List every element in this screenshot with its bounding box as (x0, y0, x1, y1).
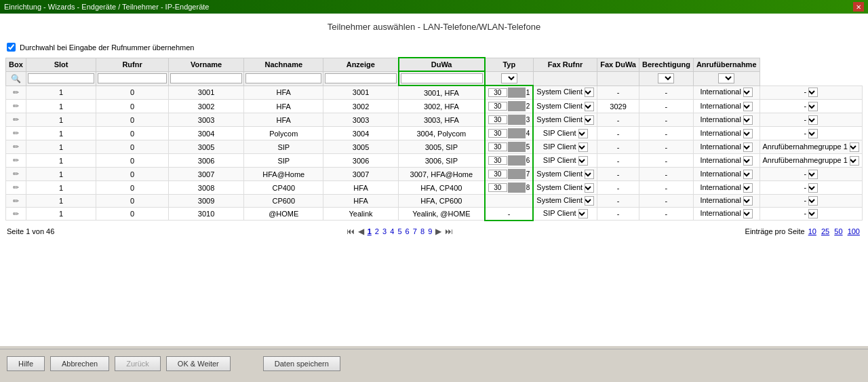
cell-berechtigung[interactable]: International ▼ (693, 140, 760, 154)
cell-anrufuebernahme[interactable]: - ▼ (760, 195, 862, 208)
edit-icon[interactable]: ✏ (13, 183, 19, 191)
anrufuebernahme-select[interactable]: ▼ (850, 142, 859, 152)
page-first-button[interactable]: ⏮ (347, 227, 355, 236)
duwa-prefix-input[interactable] (488, 142, 507, 151)
page-8-link[interactable]: 8 (420, 227, 425, 235)
typ-select[interactable]: ▼ (578, 209, 588, 218)
cell-anrufuebernahme[interactable]: - ▼ (760, 85, 862, 100)
typ-select[interactable]: ▼ (585, 196, 594, 206)
edit-icon-cell[interactable]: ✏ (6, 127, 26, 140)
cell-anrufuebernahme[interactable]: - ▼ (760, 127, 862, 140)
edit-icon-cell[interactable]: ✏ (6, 140, 26, 154)
cell-duwa[interactable]: - (485, 208, 534, 221)
per-page-10[interactable]: 10 (808, 227, 816, 235)
page-2-link[interactable]: 2 (375, 227, 379, 235)
duwa-prefix-input[interactable] (488, 170, 507, 178)
edit-icon-cell[interactable]: ✏ (6, 113, 26, 127)
edit-icon-cell[interactable]: ✏ (6, 85, 26, 100)
typ-select[interactable]: ▼ (578, 156, 588, 166)
berechtigung-select[interactable]: ▼ (743, 170, 753, 179)
page-7-link[interactable]: 7 (413, 227, 417, 235)
filter-anzeige-input[interactable] (325, 73, 396, 83)
durchwahl-checkbox[interactable] (7, 43, 16, 52)
edit-icon[interactable]: ✏ (13, 142, 19, 151)
cell-anrufuebernahme[interactable]: - ▼ (760, 208, 862, 221)
cell-berechtigung[interactable]: International ▼ (693, 127, 760, 140)
typ-select[interactable]: ▼ (585, 115, 594, 125)
back-button[interactable]: Zurück (115, 356, 161, 371)
berechtigung-select[interactable]: ▼ (743, 209, 753, 218)
cell-anrufuebernahme[interactable]: - ▼ (760, 168, 862, 181)
cell-typ[interactable]: System Client ▼ (533, 100, 597, 113)
typ-select[interactable]: ▼ (578, 129, 588, 138)
cell-anrufuebernahme[interactable]: Anrufübernahmegruppe 1 ▼ (760, 140, 862, 154)
cell-duwa[interactable] (485, 195, 534, 208)
edit-icon[interactable]: ✏ (13, 210, 19, 218)
edit-icon[interactable]: ✏ (13, 197, 19, 205)
berechtigung-select[interactable]: ▼ (743, 183, 753, 193)
page-next-button[interactable]: ▶ (435, 227, 441, 236)
anrufuebernahme-select[interactable]: ▼ (808, 196, 818, 206)
page-9-link[interactable]: 9 (428, 227, 432, 235)
cell-anrufuebernahme[interactable]: Anrufübernahmegruppe 1 ▼ (760, 154, 862, 168)
filter-duwa-input[interactable] (401, 73, 483, 83)
cell-duwa[interactable]: 4 (485, 127, 534, 140)
cell-typ[interactable]: SIP Client ▼ (533, 140, 597, 154)
cell-anrufuebernahme[interactable]: - ▼ (760, 113, 862, 127)
cell-duwa[interactable]: 8 (485, 181, 534, 195)
anrufuebernahme-select[interactable]: ▼ (850, 156, 859, 166)
berechtigung-select[interactable]: ▼ (743, 88, 753, 97)
cell-berechtigung[interactable]: International ▼ (693, 100, 760, 113)
page-6-link[interactable]: 6 (406, 227, 410, 235)
berechtigung-select[interactable]: ▼ (743, 129, 753, 138)
cell-berechtigung[interactable]: International ▼ (693, 208, 760, 221)
berechtigung-select[interactable]: ▼ (743, 102, 753, 111)
edit-icon[interactable]: ✏ (13, 170, 19, 178)
edit-icon-cell[interactable]: ✏ (6, 195, 26, 208)
filter-anrufuebernahme-select[interactable] (718, 73, 734, 83)
edit-icon[interactable]: ✏ (13, 102, 19, 110)
page-last-button[interactable]: ⏭ (445, 227, 453, 236)
cell-typ[interactable]: System Client ▼ (533, 181, 597, 195)
edit-icon-cell[interactable]: ✏ (6, 100, 26, 113)
duwa-prefix-input[interactable] (488, 102, 507, 111)
cell-duwa[interactable]: 2 (485, 100, 534, 113)
typ-select[interactable]: ▼ (585, 183, 594, 193)
per-page-25[interactable]: 25 (821, 227, 829, 235)
typ-select[interactable]: ▼ (585, 88, 594, 97)
cell-berechtigung[interactable]: International ▼ (693, 181, 760, 195)
anrufuebernahme-select[interactable]: ▼ (808, 183, 818, 193)
page-3-link[interactable]: 3 (382, 227, 387, 235)
cell-duwa[interactable]: 6 (485, 154, 534, 168)
duwa-prefix-input[interactable] (488, 156, 507, 165)
cell-duwa[interactable]: 1 (485, 85, 534, 100)
anrufuebernahme-select[interactable]: ▼ (808, 88, 818, 97)
edit-icon[interactable]: ✏ (13, 88, 19, 96)
close-button[interactable]: ✕ (853, 2, 864, 12)
page-prev-button[interactable]: ◀ (358, 227, 364, 236)
duwa-prefix-input[interactable] (488, 129, 507, 138)
cell-berechtigung[interactable]: International ▼ (693, 168, 760, 181)
typ-select[interactable]: ▼ (585, 102, 594, 111)
anrufuebernahme-select[interactable]: ▼ (808, 170, 818, 179)
anrufuebernahme-select[interactable]: ▼ (808, 102, 818, 111)
page-5-link[interactable]: 5 (397, 227, 401, 235)
filter-berechtigung-select[interactable] (658, 73, 674, 83)
typ-select[interactable]: ▼ (585, 170, 594, 179)
cell-typ[interactable]: System Client ▼ (533, 85, 597, 100)
cell-berechtigung[interactable]: International ▼ (693, 85, 760, 100)
per-page-100[interactable]: 100 (848, 227, 860, 235)
cell-duwa[interactable]: 7 (485, 168, 534, 181)
filter-slot-input[interactable] (28, 73, 95, 83)
cell-berechtigung[interactable]: International ▼ (693, 154, 760, 168)
page-4-link[interactable]: 4 (390, 227, 394, 235)
cell-duwa[interactable]: 5 (485, 140, 534, 154)
edit-icon-cell[interactable]: ✏ (6, 208, 26, 221)
edit-icon-cell[interactable]: ✏ (6, 181, 26, 195)
duwa-prefix-input[interactable] (488, 183, 507, 192)
edit-icon-cell[interactable]: ✏ (6, 154, 26, 168)
berechtigung-select[interactable]: ▼ (743, 156, 753, 166)
typ-select[interactable]: ▼ (578, 142, 588, 152)
edit-icon[interactable]: ✏ (13, 129, 19, 137)
filter-nachname-input[interactable] (245, 73, 321, 83)
